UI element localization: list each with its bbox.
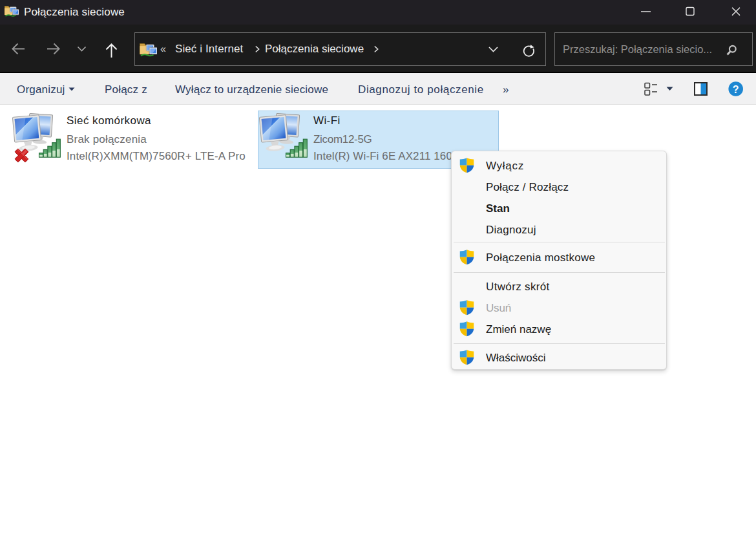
svg-text:?: ? xyxy=(733,84,739,95)
